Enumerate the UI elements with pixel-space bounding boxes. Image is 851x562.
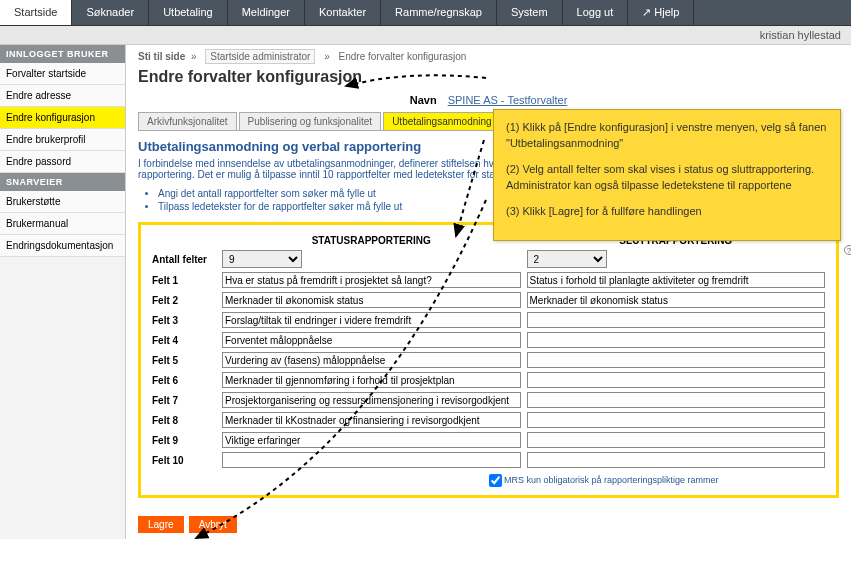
slutt-field[interactable] (527, 352, 826, 368)
table-row: Felt 8 (149, 410, 828, 430)
sidebar-item[interactable]: Endre adresse (0, 85, 125, 107)
status-field[interactable] (222, 292, 521, 308)
sidebar-item[interactable]: Forvalter startside (0, 63, 125, 85)
slutt-field[interactable] (527, 332, 826, 348)
status-field[interactable] (222, 272, 521, 288)
main-content: Sti til side » Startside administrator »… (126, 45, 851, 539)
sidebar-item[interactable]: Endre passord (0, 151, 125, 173)
sidebar: INNLOGGET BRUKER Forvalter startsideEndr… (0, 45, 126, 539)
sidebar-item[interactable]: Endringsdokumentasjon (0, 235, 125, 257)
topnav-tab[interactable]: Søknader (72, 0, 149, 25)
sidebar-item[interactable]: Brukerstøtte (0, 191, 125, 213)
table-row: Felt 2 (149, 290, 828, 310)
status-field[interactable] (222, 312, 521, 328)
slutt-field[interactable] (527, 312, 826, 328)
antall-slutt-select[interactable]: 2 (527, 250, 607, 268)
table-row: Felt 6 (149, 370, 828, 390)
subtab[interactable]: Publisering og funksjonalitet (239, 112, 382, 130)
breadcrumb: Sti til side » Startside administrator »… (138, 51, 839, 62)
table-row: Felt 3 (149, 310, 828, 330)
table-row: Felt 10 (149, 450, 828, 470)
table-row: Felt 5 (149, 350, 828, 370)
breadcrumb-item[interactable]: Startside administrator (205, 49, 315, 64)
user-bar: kristian hyllestad (0, 26, 851, 45)
status-field[interactable] (222, 432, 521, 448)
sidebar-header-shortcuts: SNARVEIER (0, 173, 125, 191)
status-field[interactable] (222, 372, 521, 388)
topnav-tab[interactable]: Meldinger (228, 0, 305, 25)
slutt-field[interactable] (527, 412, 826, 428)
table-row: Felt 9 (149, 430, 828, 450)
slutt-field[interactable] (527, 452, 826, 468)
username: kristian hyllestad (760, 29, 841, 41)
slutt-field[interactable] (527, 372, 826, 388)
status-field[interactable] (222, 412, 521, 428)
subtab[interactable]: Utbetalingsanmodning (383, 112, 501, 130)
action-buttons: Lagre Avbryt (138, 516, 839, 533)
topnav-tab[interactable]: Startside (0, 0, 72, 25)
instruction-callout: (1) Klikk på [Endre konfigurasjon] i ven… (493, 109, 841, 241)
page-title: Endre forvalter konfigurasjon (138, 68, 839, 86)
navn-row: Navn SPINE AS - Testforvalter (138, 94, 839, 106)
topnav-tab[interactable]: ↗ Hjelp (628, 0, 694, 25)
breadcrumb-item: Endre forvalter konfigurasjon (339, 51, 467, 62)
topnav-tab[interactable]: Kontakter (305, 0, 381, 25)
table-row: Felt 7 (149, 390, 828, 410)
table-row: Felt 4 (149, 330, 828, 350)
top-nav: StartsideSøknaderUtbetalingMeldingerKont… (0, 0, 851, 26)
col-header-status: STATUSRAPPORTERING (219, 233, 524, 248)
slutt-field[interactable] (527, 432, 826, 448)
topnav-tab[interactable]: Logg ut (563, 0, 629, 25)
save-button[interactable]: Lagre (138, 516, 184, 533)
slutt-field[interactable] (527, 392, 826, 408)
antall-status-select[interactable]: 9 (222, 250, 302, 268)
subtab[interactable]: Arkivfunksjonalitet (138, 112, 237, 130)
mrs-checkbox[interactable] (489, 474, 502, 487)
form-box: ? STATUSRAPPORTERING SLUTTRAPPORTERING A… (138, 222, 839, 498)
status-field[interactable] (222, 332, 521, 348)
table-row: Felt 1 (149, 270, 828, 290)
status-field[interactable] (222, 352, 521, 368)
slutt-field[interactable] (527, 292, 826, 308)
navn-link[interactable]: SPINE AS - Testforvalter (448, 94, 568, 106)
topnav-tab[interactable]: System (497, 0, 563, 25)
slutt-field[interactable] (527, 272, 826, 288)
sidebar-item[interactable]: Endre konfigurasjon (0, 107, 125, 129)
sidebar-item[interactable]: Brukermanual (0, 213, 125, 235)
help-icon[interactable]: ? (844, 245, 851, 255)
sidebar-item[interactable]: Endre brukerprofil (0, 129, 125, 151)
topnav-tab[interactable]: Ramme/regnskap (381, 0, 497, 25)
mrs-checkbox-row: MRS kun obligatorisk på rapporteringspli… (149, 474, 828, 487)
status-field[interactable] (222, 392, 521, 408)
sidebar-header-user: INNLOGGET BRUKER (0, 45, 125, 63)
cancel-button[interactable]: Avbryt (189, 516, 237, 533)
topnav-tab[interactable]: Utbetaling (149, 0, 228, 25)
status-field[interactable] (222, 452, 521, 468)
